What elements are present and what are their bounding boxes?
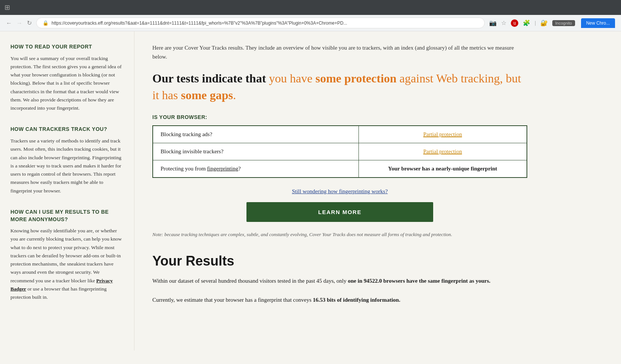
- sidebar-section-anonymous: HOW CAN I USE MY RESULTS TO BE MORE ANON…: [10, 208, 124, 302]
- table-cell-result-2: Partial protection: [358, 143, 527, 160]
- result-headline: Our tests indicate that you have some pr…: [152, 70, 527, 104]
- results-paragraph-2: Currently, we estimate that your browser…: [152, 295, 527, 305]
- results-body: Within our dataset of several hundred th…: [152, 276, 527, 305]
- headline-part1: Our tests indicate that: [152, 72, 269, 85]
- your-results-heading: Your Results: [152, 253, 527, 269]
- new-tab-button[interactable]: New Chro...: [581, 18, 615, 28]
- is-your-browser-label: IS YOUR BROWSER:: [152, 114, 527, 120]
- address-bar[interactable]: 🔒 https://coveryourtracks.eff.org/result…: [36, 18, 485, 28]
- sidebar: HOW TO READ YOUR REPORT You will see a s…: [0, 31, 134, 351]
- results-paragraph-1: Within our dataset of several hundred th…: [152, 276, 527, 286]
- fingerprinting-link-table[interactable]: fingerprinting: [207, 166, 238, 172]
- main-content: Here are your Cover Your Tracks results.…: [134, 31, 545, 351]
- unique-fingerprint-text: Your browser has a nearly-unique fingerp…: [388, 166, 497, 172]
- intro-text: Here are your Cover Your Tracks results.…: [152, 43, 527, 61]
- page-layout: HOW TO READ YOUR REPORT You will see a s…: [0, 31, 621, 351]
- reload-icon[interactable]: ↻: [27, 19, 32, 26]
- back-icon[interactable]: ←: [6, 20, 12, 26]
- table-cell-result-3: Your browser has a nearly-unique fingerp…: [358, 160, 527, 178]
- partial-protection-badge-1[interactable]: Partial protection: [423, 131, 462, 137]
- camera-off-icon: 📷: [489, 19, 497, 26]
- sidebar-body-read-report: You will see a summary of your overall t…: [10, 54, 124, 113]
- extensions-icon: 🧩: [523, 19, 530, 26]
- sidebar-section-read-report: HOW TO READ YOUR REPORT You will see a s…: [10, 43, 124, 112]
- star-icon[interactable]: ☆: [501, 19, 506, 26]
- sidebar-heading-read-report: HOW TO READ YOUR REPORT: [10, 43, 124, 51]
- results-p2-prefix: Currently, we estimate that your browser…: [152, 297, 313, 303]
- table-row: Protecting you from fingerprinting? Your…: [153, 160, 527, 178]
- table-row: Blocking invisible trackers? Partial pro…: [153, 143, 527, 160]
- sidebar-body-trackers: Trackers use a variety of methods to ide…: [10, 137, 124, 195]
- table-cell-question-2: Blocking invisible trackers?: [153, 143, 358, 160]
- browser-chrome: ⊞: [0, 0, 621, 15]
- forward-icon[interactable]: →: [16, 20, 22, 26]
- security-icon: 🔒: [43, 20, 49, 26]
- question-prefix-3: Protecting you from: [161, 166, 207, 172]
- note-text: Note: because tracking techniques are co…: [152, 231, 527, 239]
- headline-period: .: [233, 88, 236, 102]
- sidebar-body-anonymous: Knowing how easily identifiable you are,…: [10, 227, 124, 301]
- sidebar-anonymous-text1: Knowing how easily identifiable you are,…: [10, 228, 122, 283]
- table-cell-question-1: Blocking tracking ads?: [153, 126, 358, 143]
- table-cell-result-1: Partial protection: [358, 126, 527, 143]
- results-p1-prefix: Within our dataset of several hundred th…: [152, 278, 348, 284]
- results-p1-bold: one in 94522.0 browsers have the same fi…: [348, 278, 490, 284]
- headline-part5: some gaps: [181, 88, 233, 102]
- fingerprint-question-link[interactable]: Still wondering how fingerprinting works…: [152, 188, 527, 195]
- sidebar-section-trackers: HOW CAN TRACKERS TRACK YOU? Trackers use…: [10, 126, 124, 195]
- question-text-1: Blocking tracking ads?: [161, 131, 212, 137]
- browser-menu-icon[interactable]: ⊞: [4, 3, 10, 12]
- url-text: https://coveryourtracks.eff.org/results?…: [52, 21, 347, 26]
- question-suffix-3: ?: [238, 166, 241, 172]
- headline-part3: some protection: [316, 72, 400, 85]
- partial-protection-badge-2[interactable]: Partial protection: [423, 148, 462, 154]
- question-text-2: Blocking invisible trackers?: [161, 148, 223, 154]
- address-bar-row: ← → ↻ 🔒 https://coveryourtracks.eff.org/…: [0, 15, 621, 31]
- learn-more-button[interactable]: LEARN MORE: [246, 202, 433, 222]
- sidebar-heading-trackers: HOW CAN TRACKERS TRACK YOU?: [10, 126, 124, 133]
- sidebar-heading-anonymous: HOW CAN I USE MY RESULTS TO BE MORE ANON…: [10, 208, 124, 223]
- results-table: Blocking tracking ads? Partial protectio…: [152, 125, 527, 178]
- incognito-badge: Incognito: [552, 20, 575, 26]
- results-p2-bold: 16.53 bits of identifying information.: [313, 297, 400, 303]
- table-row: Blocking tracking ads? Partial protectio…: [153, 126, 527, 143]
- headline-part2: you have: [269, 72, 315, 85]
- extension-icon: u: [511, 19, 518, 27]
- lock-icon: 🔐: [540, 19, 548, 26]
- table-cell-question-3: Protecting you from fingerprinting?: [153, 160, 358, 178]
